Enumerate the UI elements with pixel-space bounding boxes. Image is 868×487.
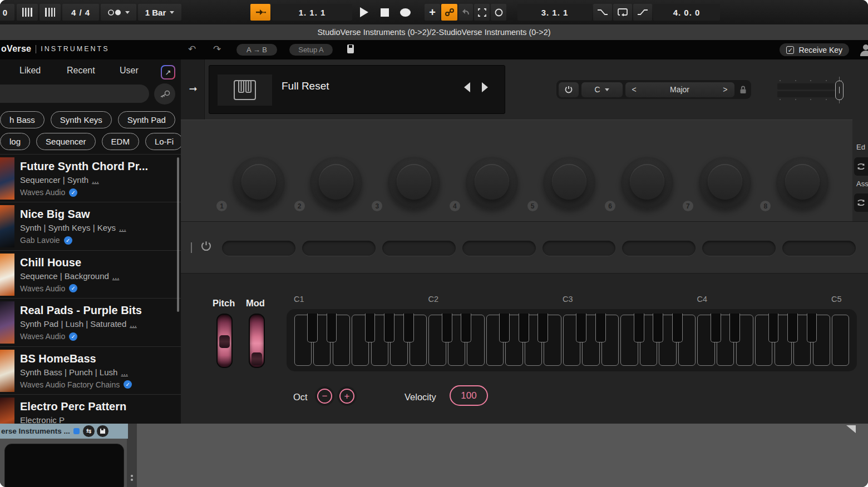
edit-mapping-button[interactable] [854, 157, 868, 176]
setup-a-button[interactable]: Setup A [289, 44, 333, 56]
save-preset-button[interactable] [97, 425, 108, 437]
preset-more-link[interactable]: ... [119, 223, 126, 232]
filter-chip[interactable]: Sequencer [36, 133, 96, 150]
preset-list-item[interactable]: Chill House Sequence | Background... Wav… [0, 250, 181, 298]
scale-stepper[interactable]: < Major > [625, 82, 734, 97]
velocity-value-field[interactable]: 100 [450, 385, 488, 406]
tab-recent[interactable]: Recent [67, 66, 95, 76]
ab-compare-button[interactable]: A → B [236, 44, 277, 56]
pitch-wheel-handle[interactable] [219, 335, 230, 348]
arrangement-position[interactable]: 1. 1. 1 [272, 4, 352, 21]
tab-user[interactable]: User [120, 66, 139, 76]
open-external-button[interactable]: ↗ [161, 65, 175, 79]
macro-knob[interactable] [388, 157, 440, 209]
loop-start[interactable]: 3. 1. 1 [517, 4, 592, 21]
device-title-bar[interactable]: erse Instruments ... ⇆ [0, 424, 128, 439]
tab-liked[interactable]: Liked [19, 66, 41, 76]
variation-slot[interactable] [702, 241, 776, 256]
save-button[interactable] [347, 44, 354, 53]
nudge-up-button[interactable] [40, 4, 61, 21]
preset-more-link[interactable]: ... [92, 175, 99, 185]
preset-prev-button[interactable] [464, 82, 470, 92]
nudge-down-button[interactable] [17, 4, 38, 21]
tempo-display[interactable]: 0 [0, 4, 14, 21]
macro-knob[interactable] [699, 157, 751, 209]
loop-length[interactable]: 4. 0. 0 [653, 4, 720, 21]
variation-slot[interactable] [382, 241, 456, 256]
macro-knob[interactable] [310, 157, 362, 209]
device-panel-placeholder[interactable] [4, 444, 124, 487]
follow-button[interactable] [250, 4, 270, 21]
white-key[interactable] [832, 315, 849, 366]
sidebar-collapse-button[interactable]: ➞ [186, 83, 200, 96]
macro-knob[interactable] [466, 157, 518, 209]
reenable-automation-button[interactable] [458, 4, 473, 21]
loop-button[interactable] [613, 4, 632, 21]
octave-up-button[interactable]: + [339, 389, 354, 404]
mod-wheel-handle[interactable] [251, 352, 262, 365]
capture-midi-button[interactable] [474, 4, 490, 21]
black-key[interactable] [537, 314, 548, 342]
filter-chip[interactable]: Synth Keys [51, 111, 112, 128]
hot-swap-button[interactable]: ⇆ [83, 425, 95, 437]
black-key[interactable] [307, 314, 318, 342]
filter-chip[interactable]: Synth Pad [118, 111, 175, 128]
scale-power-button[interactable] [559, 82, 579, 97]
redo-button[interactable]: ↷ [213, 44, 221, 55]
preset-list-item[interactable]: BS HomeBass Synth Bass | Punch | Lush...… [0, 346, 181, 394]
black-key[interactable] [403, 314, 414, 342]
preset-list-scrollbar[interactable] [177, 157, 179, 312]
play-button[interactable] [354, 4, 374, 21]
filter-chip[interactable]: Lo-Fi [145, 133, 181, 150]
session-record-button[interactable] [491, 4, 506, 21]
variation-slot[interactable] [782, 241, 856, 256]
device-view-corner-arrow[interactable] [846, 425, 856, 433]
macro-knob[interactable] [776, 157, 828, 209]
octave-down-button[interactable]: − [317, 389, 332, 404]
automation-arm-button[interactable] [441, 4, 457, 21]
time-signature[interactable]: 4 / 4 [62, 4, 99, 21]
search-input[interactable] [0, 85, 149, 103]
preset-list-item[interactable]: Nice Big Saw Synth | Synth Keys | Keys..… [0, 202, 181, 250]
variation-slot[interactable] [302, 241, 376, 256]
stop-button[interactable] [375, 4, 394, 21]
metronome-button[interactable] [101, 4, 136, 21]
preset-list-item[interactable]: Real Pads - Purple Bits Synth Pad | Lush… [0, 298, 181, 346]
black-key[interactable] [807, 314, 817, 342]
slider-handle[interactable] [835, 81, 844, 100]
root-note-select[interactable]: C [581, 82, 623, 97]
black-key[interactable] [634, 314, 644, 342]
preset-list-item[interactable]: Electro Perc Pattern Electronic P [0, 394, 181, 424]
black-key[interactable] [729, 314, 740, 342]
plugin-window-titlebar[interactable]: StudioVerse Instruments (0->2)/2-StudioV… [0, 24, 868, 40]
user-account-icon[interactable] [860, 44, 868, 56]
punch-out-button[interactable] [633, 4, 652, 21]
quantize-menu[interactable]: 1 Bar [138, 4, 181, 21]
black-key[interactable] [384, 314, 394, 342]
macro-knob[interactable] [233, 157, 285, 209]
mini-range-slider[interactable] [777, 79, 861, 101]
preset-next-button[interactable] [482, 82, 488, 92]
record-button[interactable] [396, 4, 415, 21]
black-key[interactable] [711, 314, 721, 342]
filter-chip[interactable]: h Bass [0, 111, 45, 128]
pitch-wheel[interactable] [216, 314, 233, 368]
filter-chip[interactable]: log [0, 133, 30, 150]
mod-wheel[interactable] [249, 314, 265, 368]
black-key[interactable] [595, 314, 606, 342]
receive-key-checkbox[interactable]: ✓ [786, 46, 794, 54]
plugin-edit-wrench-icon[interactable] [72, 427, 81, 435]
scale-next-button[interactable]: > [723, 85, 727, 94]
black-key[interactable] [499, 314, 510, 342]
punch-in-button[interactable] [593, 4, 612, 21]
variation-slot[interactable] [222, 241, 295, 256]
undo-button[interactable]: ↶ [188, 44, 196, 55]
black-key[interactable] [442, 314, 452, 342]
key-filter-button[interactable] [154, 83, 175, 105]
black-key[interactable] [365, 314, 376, 342]
preset-more-link[interactable]: ... [121, 367, 128, 377]
variation-slot[interactable] [542, 241, 616, 256]
variation-slot[interactable] [622, 241, 696, 256]
black-key[interactable] [576, 314, 586, 342]
overdub-button[interactable]: + [425, 4, 440, 21]
